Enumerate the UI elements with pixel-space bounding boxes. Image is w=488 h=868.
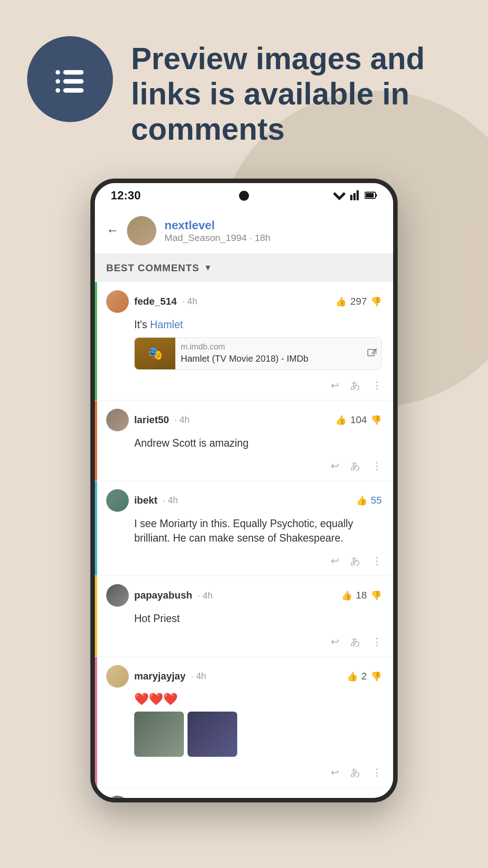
comment-votes: 👍 55	[356, 495, 382, 506]
more-icon[interactable]: ⋮	[372, 460, 382, 472]
thumbs-up-icon[interactable]: 👍	[335, 415, 347, 425]
comment-username: papayabush	[134, 590, 192, 601]
thumbs-up-icon[interactable]: 👍	[356, 495, 367, 506]
comment-header: papayabush · 4h 👍 18 👎	[106, 584, 382, 607]
avatar	[106, 290, 129, 313]
comment-votes: 👍 2 👎	[347, 670, 382, 682]
comment-header: lariet50 · 4h 👍 104 👎	[106, 409, 382, 431]
header-meta: Mad_Season_1994 · 18h	[164, 232, 382, 243]
grid-image-2[interactable]	[188, 712, 237, 757]
hearts-emoji: ❤️❤️❤️	[134, 692, 382, 706]
vote-count: 2	[361, 670, 367, 682]
reply-icon[interactable]: ↩	[331, 636, 339, 648]
comment-votes: 👍 104 👎	[335, 414, 382, 426]
vote-count: 104	[350, 414, 367, 426]
link-preview[interactable]: m.imdb.com Hamlet (TV Movie 2018) - IMDb	[134, 337, 382, 370]
avatar	[106, 665, 129, 688]
header-username: nextlevel	[164, 218, 382, 232]
comment-header: Mat_CYSTM · 4h 👍 2 👎	[106, 796, 382, 802]
thumbs-down-icon[interactable]: 👎	[371, 802, 382, 802]
comment-username: fede_514	[134, 296, 177, 307]
comment-time: · 4h	[197, 802, 212, 802]
comments-list: fede_514 · 4h 👍 297 👎 It's Hamlet	[95, 282, 393, 802]
hamlet-link[interactable]: Hamlet	[150, 319, 183, 330]
back-button[interactable]: ←	[106, 223, 119, 238]
comment-item: Mat_CYSTM · 4h 👍 2 👎	[95, 788, 393, 802]
comment-username: lariet50	[134, 414, 169, 426]
filter-bar[interactable]: BEST COMMENTS ▼	[95, 254, 393, 282]
reply-icon[interactable]: ↩	[331, 767, 339, 778]
more-icon[interactable]: ⋮	[372, 380, 382, 392]
grid-image-1[interactable]	[134, 712, 184, 757]
comment-left-bar	[95, 282, 97, 400]
comment-time: · 4h	[197, 590, 212, 601]
avatar	[106, 796, 129, 802]
thumbs-up-icon[interactable]: 👍	[347, 802, 358, 802]
svg-rect-5	[63, 88, 84, 93]
more-icon[interactable]: ⋮	[372, 767, 382, 778]
comment-item: lariet50 · 4h 👍 104 👎 Andrew Scott is am…	[95, 401, 393, 481]
hero-section: Preview images and links is available in…	[0, 0, 488, 170]
svg-point-4	[56, 88, 60, 93]
translate-icon[interactable]: あ	[350, 379, 361, 392]
thumbs-up-icon[interactable]: 👍	[335, 296, 347, 307]
translate-icon[interactable]: あ	[350, 635, 361, 649]
comment-time: · 4h	[174, 415, 189, 425]
comment-actions: ↩ あ ⋮	[106, 551, 382, 573]
more-icon[interactable]: ⋮	[372, 555, 382, 567]
thumbs-down-icon[interactable]: 👎	[371, 671, 382, 682]
comment-text: Andrew Scott is amazing	[134, 436, 382, 450]
comment-left-bar	[95, 788, 97, 802]
link-preview-content: m.imdb.com Hamlet (TV Movie 2018) - IMDb	[175, 338, 362, 369]
signal-icon	[350, 190, 360, 200]
comment-item: maryjayjay · 4h 👍 2 👎 ❤️❤️❤️ ↩	[95, 657, 393, 788]
comment-user-info: maryjayjay · 4h	[106, 665, 206, 688]
filter-label: BEST COMMENTS	[106, 262, 199, 274]
link-preview-title: Hamlet (TV Movie 2018) - IMDb	[181, 354, 357, 364]
comment-votes: 👍 297 👎	[335, 296, 382, 307]
comment-left-bar	[95, 576, 97, 656]
more-icon[interactable]: ⋮	[372, 636, 382, 648]
status-bar: 12:30	[95, 183, 393, 208]
list-icon-circle	[27, 36, 113, 122]
phone-mockup: 12:30	[90, 179, 398, 802]
translate-icon[interactable]: あ	[350, 459, 361, 473]
vote-count: 297	[350, 296, 367, 307]
svg-rect-12	[366, 193, 374, 198]
thumbs-up-icon[interactable]: 👍	[347, 671, 358, 682]
svg-rect-1	[63, 70, 84, 75]
reply-icon[interactable]: ↩	[331, 380, 339, 392]
comment-time: · 4h	[191, 671, 206, 681]
wifi-icon	[333, 190, 346, 200]
comment-actions: ↩ あ ⋮	[106, 456, 382, 478]
comment-text: Hot Priest	[134, 611, 382, 626]
battery-icon	[365, 191, 377, 199]
comment-left-bar	[95, 657, 97, 787]
comment-header: maryjayjay · 4h 👍 2 👎	[106, 665, 382, 688]
svg-rect-11	[375, 194, 377, 197]
thumbs-up-icon[interactable]: 👍	[341, 590, 352, 601]
comment-item: fede_514 · 4h 👍 297 👎 It's Hamlet	[95, 282, 393, 401]
reply-icon[interactable]: ↩	[331, 555, 339, 567]
translate-icon[interactable]: あ	[350, 554, 361, 568]
svg-rect-8	[353, 193, 356, 200]
comment-votes: 👍 18 👎	[341, 590, 382, 601]
filter-arrow: ▼	[204, 263, 212, 273]
reply-icon[interactable]: ↩	[331, 460, 339, 472]
thumbs-down-icon[interactable]: 👎	[371, 296, 382, 307]
external-link-icon[interactable]	[362, 338, 381, 369]
comment-actions: ↩ あ ⋮	[106, 375, 382, 398]
translate-icon[interactable]: あ	[350, 766, 361, 779]
comment-item: ibekt · 4h 👍 55 I see Moriarty in this. …	[95, 481, 393, 576]
image-grid	[134, 712, 382, 757]
link-preview-image	[135, 338, 175, 369]
comment-username: ibekt	[134, 495, 157, 506]
thumbs-down-icon[interactable]: 👎	[371, 590, 382, 601]
comment-item: papayabush · 4h 👍 18 👎 Hot Priest ↩ あ ⋮	[95, 576, 393, 656]
avatar	[106, 409, 129, 431]
list-icon	[50, 59, 90, 99]
comment-time: · 4h	[163, 495, 178, 505]
thumbs-down-icon[interactable]: 👎	[371, 415, 382, 425]
svg-point-2	[56, 79, 60, 84]
svg-rect-3	[63, 79, 84, 84]
